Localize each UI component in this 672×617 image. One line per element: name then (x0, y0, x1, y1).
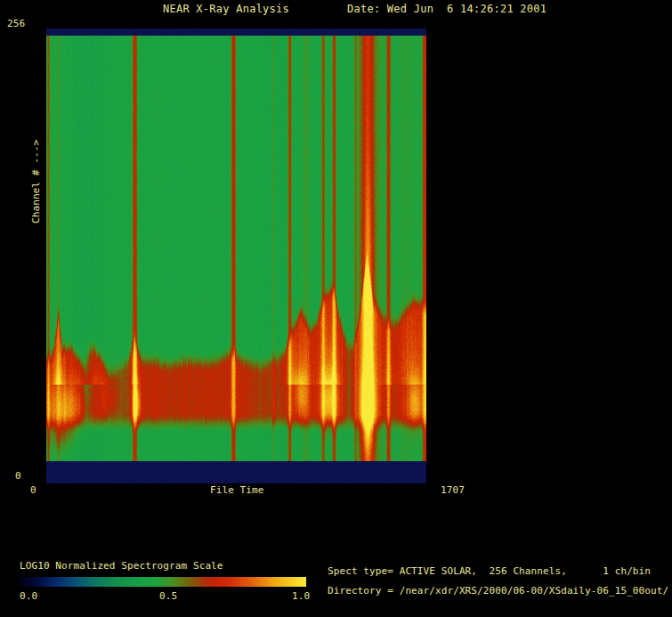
directory-line: Directory = /near/xdr/XRS/2000/06-00/XSd… (328, 586, 668, 597)
colorbar-tick-1: 1.0 (292, 591, 310, 602)
x-axis-max-label: 1707 (441, 485, 465, 496)
y-axis-max-label: 256 (7, 19, 25, 29)
spectrogram-canvas (46, 28, 426, 483)
colorbar-tick-0: 0.0 (20, 591, 37, 602)
spect-type-line: Spect type= ACTIVE SOLAR, 256 Channels, … (328, 566, 651, 577)
page-title: NEAR X-Ray Analysis (163, 4, 289, 14)
date-label: Date: Wed Jun 6 14:26:21 2001 (347, 4, 547, 14)
y-axis-min-label: 0 (15, 471, 21, 482)
colorbar-gradient (20, 577, 306, 587)
xray-analysis-window: NEAR X-Ray Analysis Date: Wed Jun 6 14:2… (0, 0, 672, 617)
x-axis-title: File Time (210, 485, 264, 496)
colorbar-tick-05: 0.5 (159, 591, 177, 602)
colorbar-title: LOG10 Normalized Spectrogram Scale (20, 561, 223, 572)
x-axis-min-label: 0 (30, 485, 36, 496)
